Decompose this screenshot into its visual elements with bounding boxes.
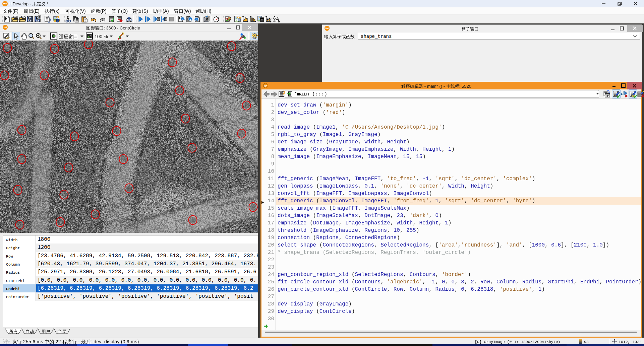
svg-text:A: A (278, 20, 280, 23)
